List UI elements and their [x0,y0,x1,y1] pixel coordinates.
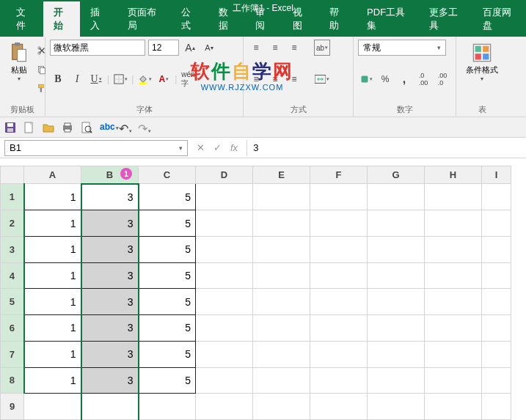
fill-color-button[interactable] [136,71,153,87]
col-header-A[interactable]: A [24,166,81,184]
formula-bar[interactable]: 3 [246,140,526,156]
cell[interactable] [368,394,425,420]
cell[interactable] [253,289,310,315]
print-icon[interactable] [62,122,73,133]
col-header-B[interactable]: B1 [81,166,139,184]
wrap-text-button[interactable]: ab [314,40,330,56]
cell[interactable] [368,262,425,289]
cell[interactable] [310,236,368,262]
cell[interactable] [24,394,81,420]
cell[interactable] [196,210,253,237]
cell[interactable] [425,236,482,262]
font-color-button[interactable]: A [156,71,172,87]
cell[interactable] [310,341,368,367]
cell[interactable] [253,341,310,367]
cell[interactable] [482,289,511,315]
cell[interactable] [368,315,425,342]
cell[interactable] [253,210,310,237]
print-preview-icon[interactable] [81,122,92,133]
merge-button[interactable] [314,71,330,87]
cell[interactable]: 1 [24,289,81,315]
decrease-font-icon[interactable]: A▾ [201,40,217,56]
cell[interactable]: 5 [139,289,196,315]
cell[interactable]: 1 [24,341,81,367]
cell[interactable] [482,210,511,237]
italic-button[interactable]: I [69,71,85,87]
cell[interactable]: 3 [81,367,139,394]
tab-home[interactable]: 开始 [43,1,81,37]
sheet-area[interactable]: A B1 C D E F G H I 113521353135413551356… [0,166,526,420]
cell[interactable]: 3 [81,210,139,237]
cell[interactable] [81,394,139,420]
cell[interactable] [368,367,425,394]
cell[interactable] [425,367,482,394]
row-header[interactable]: 6 [1,315,24,342]
tab-baidu[interactable]: 百度网盘 [472,1,526,37]
cell[interactable] [425,394,482,420]
increase-decimal-button[interactable]: .0.00 [415,71,431,87]
row-header[interactable]: 9 [1,394,24,420]
comma-button[interactable]: , [396,71,412,87]
increase-font-icon[interactable]: A▴ [182,40,198,56]
phonetic-button[interactable]: wén字 [180,71,196,87]
cell[interactable] [196,341,253,367]
cell[interactable] [482,262,511,289]
tab-formulas[interactable]: 公式 [171,1,208,37]
redo-button[interactable]: ↷ [138,122,150,133]
tab-help[interactable]: 帮助 [319,1,357,37]
fx-icon[interactable]: fx [230,142,238,153]
row-header[interactable]: 4 [1,262,24,289]
cell[interactable] [310,262,368,289]
number-format-select[interactable]: 常规▾ [358,40,446,56]
undo-button[interactable]: ↶ [119,122,131,133]
col-header-C[interactable]: C [139,166,196,184]
row-header[interactable]: 3 [1,236,24,262]
cell[interactable]: 3 [81,236,139,262]
align-middle-icon[interactable]: ≡ [267,40,283,56]
cell[interactable] [368,210,425,237]
cell[interactable] [253,394,310,420]
name-box[interactable]: B1 ▾ [4,140,188,156]
tab-page-layout[interactable]: 页面布局 [117,1,171,37]
cell[interactable] [425,262,482,289]
cell[interactable]: 3 [81,341,139,367]
cell[interactable] [310,184,368,210]
cell[interactable]: 3 [81,184,139,210]
cell[interactable] [368,341,425,367]
decrease-decimal-button[interactable]: .00.0 [434,71,450,87]
accounting-format-button[interactable] [358,71,374,87]
cell[interactable] [310,210,368,237]
align-top-icon[interactable]: ≡ [248,40,264,56]
cell[interactable] [482,367,511,394]
cell[interactable]: 1 [24,210,81,237]
col-header-H[interactable]: H [425,166,482,184]
select-all-corner[interactable] [1,166,24,184]
col-header-F[interactable]: F [310,166,368,184]
cell[interactable] [368,236,425,262]
cell[interactable]: 5 [139,210,196,237]
cell[interactable] [196,289,253,315]
cell[interactable]: 5 [139,184,196,210]
cell[interactable]: 5 [139,341,196,367]
row-header[interactable]: 5 [1,289,24,315]
cell[interactable] [425,210,482,237]
cell[interactable]: 3 [81,315,139,342]
save-icon[interactable] [4,122,16,133]
col-header-E[interactable]: E [253,166,310,184]
cell[interactable] [196,315,253,342]
cell[interactable] [482,315,511,342]
cell[interactable] [196,184,253,210]
cell[interactable] [310,315,368,342]
cancel-formula-icon[interactable]: ✕ [197,142,205,153]
font-name-select[interactable] [50,40,145,56]
cell[interactable]: 1 [24,236,81,262]
cell[interactable] [310,289,368,315]
align-right-icon[interactable]: ≡ [286,71,302,87]
cell[interactable] [253,184,310,210]
cell[interactable] [368,184,425,210]
cell[interactable] [196,262,253,289]
cell[interactable] [196,236,253,262]
col-header-G[interactable]: G [368,166,425,184]
cell[interactable] [368,289,425,315]
cell[interactable] [253,367,310,394]
